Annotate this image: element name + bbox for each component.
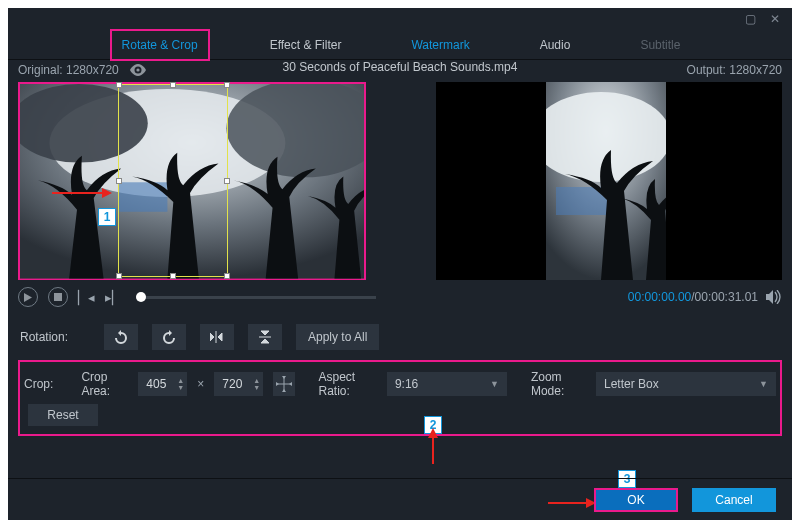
prev-frame-icon[interactable]: ▏◂ xyxy=(78,290,95,305)
zoom-mode-label: Zoom Mode: xyxy=(531,370,586,398)
reset-button[interactable]: Reset xyxy=(28,404,98,426)
height-down-icon[interactable]: ▼ xyxy=(253,384,260,391)
stop-button[interactable] xyxy=(48,287,68,307)
editor-window: ▢ ✕ Rotate & Crop Effect & Filter Waterm… xyxy=(8,8,792,520)
height-up-icon[interactable]: ▲ xyxy=(253,377,260,384)
eye-icon[interactable] xyxy=(129,64,147,76)
chevron-down-icon: ▼ xyxy=(490,379,499,389)
annotation-arrow-2 xyxy=(432,438,434,464)
crop-handle-br[interactable] xyxy=(224,273,230,279)
seek-slider[interactable] xyxy=(136,296,376,299)
original-resolution: Original: 1280x720 xyxy=(18,63,119,77)
width-down-icon[interactable]: ▼ xyxy=(177,384,184,391)
current-time: 00:00:00.00 xyxy=(628,290,691,304)
tab-audio[interactable]: Audio xyxy=(530,31,581,59)
zoom-mode-value: Letter Box xyxy=(604,377,659,391)
crop-width-field[interactable] xyxy=(138,377,174,391)
tab-watermark[interactable]: Watermark xyxy=(401,31,479,59)
info-row: Original: 1280x720 Output: 1280x720 xyxy=(8,60,792,80)
flip-horizontal-button[interactable] xyxy=(200,324,234,350)
volume-icon[interactable] xyxy=(766,290,782,304)
preview-area: 1 xyxy=(8,80,792,282)
tab-bar: Rotate & Crop Effect & Filter Watermark … xyxy=(8,30,792,60)
next-frame-icon[interactable]: ▸▏ xyxy=(105,290,122,305)
output-resolution: Output: 1280x720 xyxy=(687,63,782,77)
seek-thumb[interactable] xyxy=(136,292,146,302)
chevron-down-icon: ▼ xyxy=(759,379,768,389)
rotation-row: Rotation: Apply to All xyxy=(8,310,792,350)
play-button[interactable] xyxy=(18,287,38,307)
maximize-icon[interactable]: ▢ xyxy=(745,12,756,26)
crop-height-field[interactable] xyxy=(214,377,250,391)
tab-effect-filter[interactable]: Effect & Filter xyxy=(260,31,352,59)
annotation-arrow-1 xyxy=(52,192,102,194)
crop-handle-tm[interactable] xyxy=(170,82,176,88)
cancel-button[interactable]: Cancel xyxy=(692,488,776,512)
output-preview xyxy=(436,82,782,280)
apply-to-all-button[interactable]: Apply to All xyxy=(296,324,379,350)
aspect-ratio-label: Aspect Ratio: xyxy=(319,370,377,398)
time-display: 00:00:00.00/00:00:31.01 xyxy=(628,290,758,304)
playback-controls: ▏◂ ▸▏ 00:00:00.00/00:00:31.01 xyxy=(8,284,792,310)
crop-handle-mr[interactable] xyxy=(224,178,230,184)
annotation-step-1: 1 xyxy=(98,208,116,226)
close-icon[interactable]: ✕ xyxy=(770,12,780,26)
crop-rectangle[interactable] xyxy=(118,84,228,277)
rotate-right-button[interactable] xyxy=(152,324,186,350)
svg-rect-9 xyxy=(54,293,62,301)
aspect-ratio-select[interactable]: 9:16 ▼ xyxy=(387,372,507,396)
footer: OK Cancel xyxy=(8,478,792,520)
center-crop-button[interactable] xyxy=(273,372,294,396)
crop-section: Crop: Crop Area: ▲▼ × ▲▼ Aspect Ratio: 9… xyxy=(18,360,782,436)
crop-width-input[interactable]: ▲▼ xyxy=(138,372,187,396)
rotate-left-button[interactable] xyxy=(104,324,138,350)
crop-label: Crop: xyxy=(24,377,71,391)
aspect-ratio-value: 9:16 xyxy=(395,377,418,391)
crop-handle-tr[interactable] xyxy=(224,82,230,88)
crop-area-label: Crop Area: xyxy=(81,370,128,398)
original-preview[interactable]: 1 xyxy=(18,82,366,280)
crop-handle-bl[interactable] xyxy=(116,273,122,279)
crop-height-input[interactable]: ▲▼ xyxy=(214,372,263,396)
total-time: 00:00:31.01 xyxy=(695,290,758,304)
tab-rotate-crop[interactable]: Rotate & Crop xyxy=(110,29,210,61)
crop-handle-tl[interactable] xyxy=(116,82,122,88)
multiply-label: × xyxy=(197,377,204,391)
output-image xyxy=(546,82,666,280)
titlebar: ▢ ✕ xyxy=(8,8,792,30)
tab-subtitle: Subtitle xyxy=(630,31,690,59)
width-up-icon[interactable]: ▲ xyxy=(177,377,184,384)
crop-handle-bm[interactable] xyxy=(170,273,176,279)
zoom-mode-select[interactable]: Letter Box ▼ xyxy=(596,372,776,396)
crop-handle-ml[interactable] xyxy=(116,178,122,184)
svg-point-0 xyxy=(136,68,139,71)
flip-vertical-button[interactable] xyxy=(248,324,282,350)
ok-button[interactable]: OK xyxy=(594,488,678,512)
rotation-label: Rotation: xyxy=(20,330,90,344)
